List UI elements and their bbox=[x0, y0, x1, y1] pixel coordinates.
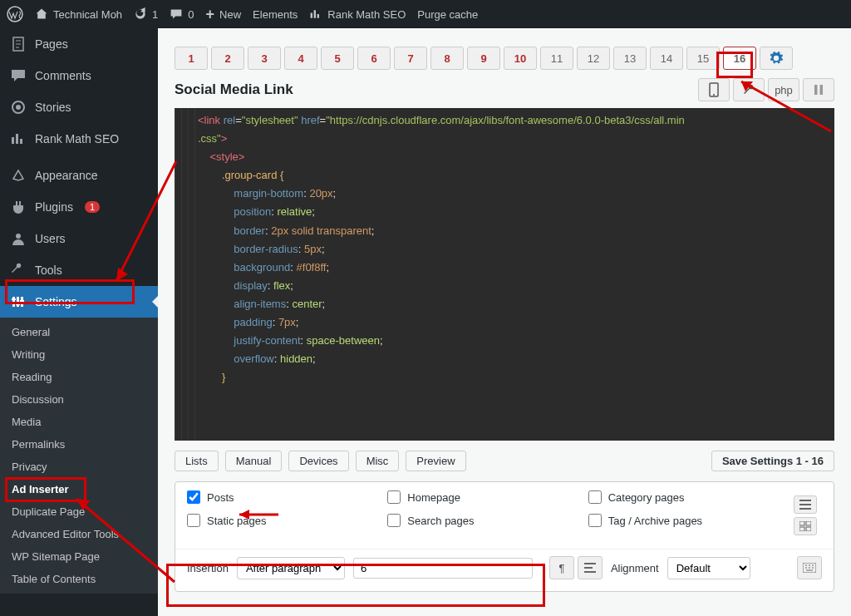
save-button[interactable]: Save Settings 1 - 16 bbox=[711, 451, 834, 471]
sidebar-item-comments[interactable]: Comments bbox=[0, 60, 158, 91]
svg-rect-17 bbox=[799, 527, 804, 531]
tab-1[interactable]: 1 bbox=[175, 47, 208, 70]
check-homepage[interactable]: Homepage bbox=[387, 490, 581, 504]
mobile-icon[interactable] bbox=[698, 78, 730, 101]
tab-4[interactable]: 4 bbox=[284, 47, 317, 70]
check-category-pages[interactable]: Category pages bbox=[588, 490, 782, 504]
sidebar-item-tools[interactable]: Tools bbox=[0, 254, 158, 286]
wrench-icon[interactable] bbox=[733, 78, 765, 101]
sidebar-item-rank-math-seo[interactable]: Rank Math SEO bbox=[0, 123, 158, 155]
svg-rect-13 bbox=[814, 85, 818, 95]
svg-point-12 bbox=[713, 94, 715, 96]
tab-13[interactable]: 13 bbox=[613, 47, 647, 70]
check-search-pages[interactable]: Search pages bbox=[387, 514, 581, 527]
check-tag-archive-pages[interactable]: Tag / Archive pages bbox=[588, 514, 782, 527]
sidebar-sub-permalinks[interactable]: Permalinks bbox=[0, 433, 158, 456]
comment-count: 0 bbox=[188, 8, 194, 21]
tab-12[interactable]: 12 bbox=[577, 47, 610, 70]
wp-logo[interactable] bbox=[7, 6, 23, 22]
svg-rect-18 bbox=[806, 527, 811, 531]
alignment-label: Alignment bbox=[611, 562, 659, 574]
sidebar-sub-ad-inserter[interactable]: Ad Inserter bbox=[0, 478, 158, 500]
svg-rect-10 bbox=[20, 300, 24, 302]
sidebar-sub-wp-sitemap-page[interactable]: WP Sitemap Page bbox=[0, 545, 158, 568]
purge-cache-link[interactable]: Purge cache bbox=[417, 8, 478, 21]
sidebar-item-pages[interactable]: Pages bbox=[0, 28, 158, 60]
insertion-number[interactable] bbox=[353, 558, 533, 579]
align-icon[interactable] bbox=[578, 556, 603, 579]
sidebar-sub-general[interactable]: General bbox=[0, 321, 158, 343]
tab-8[interactable]: 8 bbox=[430, 47, 464, 70]
alignment-select[interactable]: Default bbox=[667, 557, 750, 579]
tab-6[interactable]: 6 bbox=[357, 47, 391, 70]
refresh-count: 1 bbox=[152, 8, 158, 21]
tab-settings-gear[interactable] bbox=[760, 47, 793, 70]
grid-icon[interactable] bbox=[794, 517, 817, 535]
lists-button[interactable]: Lists bbox=[175, 451, 219, 471]
svg-rect-8 bbox=[12, 298, 16, 300]
rankmath-link[interactable]: Rank Math SEO bbox=[309, 7, 406, 21]
svg-rect-9 bbox=[16, 303, 20, 305]
sidebar-sub-duplicate-page[interactable]: Duplicate Page bbox=[0, 500, 158, 523]
sidebar-item-stories[interactable]: Stories bbox=[0, 91, 158, 123]
sidebar-sub-privacy[interactable]: Privacy bbox=[0, 456, 158, 478]
sidebar-sub-reading[interactable]: Reading bbox=[0, 366, 158, 388]
pause-icon[interactable] bbox=[803, 78, 834, 101]
svg-point-4 bbox=[16, 234, 21, 239]
admin-sidebar: PagesCommentsStoriesRank Math SEOAppeara… bbox=[0, 28, 158, 616]
block-title: Social Media Link bbox=[175, 81, 293, 98]
sidebar-sub-table-of-contents[interactable]: Table of Contents bbox=[0, 568, 158, 590]
svg-rect-14 bbox=[820, 85, 824, 95]
check-static-pages[interactable]: Static pages bbox=[187, 514, 381, 527]
svg-rect-15 bbox=[799, 521, 804, 525]
preview-button[interactable]: Preview bbox=[406, 451, 465, 471]
sidebar-item-users[interactable]: Users bbox=[0, 223, 158, 254]
tab-3[interactable]: 3 bbox=[248, 47, 281, 70]
tab-16[interactable]: 16 bbox=[723, 47, 756, 70]
manual-button[interactable]: Manual bbox=[225, 451, 283, 471]
tab-5[interactable]: 5 bbox=[321, 47, 354, 70]
refresh[interactable]: 1 bbox=[134, 7, 158, 21]
tab-2[interactable]: 2 bbox=[211, 47, 244, 70]
admin-toolbar: Technical Moh 1 0 +New Elements Rank Mat… bbox=[0, 0, 851, 28]
sidebar-sub-media[interactable]: Media bbox=[0, 411, 158, 433]
tab-15[interactable]: 15 bbox=[686, 47, 720, 70]
sidebar-sub-advanced-editor-tools[interactable]: Advanced Editor Tools bbox=[0, 523, 158, 545]
insertion-select[interactable]: After paragraph bbox=[237, 557, 345, 579]
php-button[interactable]: php bbox=[768, 78, 799, 101]
pilcrow-icon[interactable]: ¶ bbox=[549, 556, 574, 579]
svg-point-3 bbox=[16, 105, 21, 110]
tab-14[interactable]: 14 bbox=[650, 47, 683, 70]
svg-rect-16 bbox=[806, 521, 811, 525]
tab-10[interactable]: 10 bbox=[504, 47, 537, 70]
sidebar-item-appearance[interactable]: Appearance bbox=[0, 160, 158, 191]
elements-link[interactable]: Elements bbox=[253, 8, 298, 21]
tab-9[interactable]: 9 bbox=[467, 47, 500, 70]
keyboard-icon[interactable] bbox=[797, 556, 822, 579]
svg-rect-5 bbox=[12, 297, 15, 307]
tab-11[interactable]: 11 bbox=[540, 47, 573, 70]
sidebar-item-settings[interactable]: Settings bbox=[0, 286, 158, 318]
sidebar-item-plugins[interactable]: Plugins1 bbox=[0, 191, 158, 223]
options-box: Posts Static pages Homepage Search pages… bbox=[175, 481, 834, 592]
main-content: 12345678910111213141516 Social Media Lin… bbox=[158, 28, 851, 616]
comments[interactable]: 0 bbox=[170, 7, 194, 21]
new-label: New bbox=[219, 8, 241, 21]
misc-button[interactable]: Misc bbox=[356, 451, 400, 471]
new-button[interactable]: +New bbox=[206, 6, 242, 23]
block-tabs: 12345678910111213141516 bbox=[175, 47, 834, 70]
insertion-label: Insertion bbox=[187, 562, 229, 574]
sidebar-sub-writing[interactable]: Writing bbox=[0, 343, 158, 366]
site-name-label: Technical Moh bbox=[53, 8, 122, 21]
list-icon[interactable] bbox=[794, 495, 817, 514]
sidebar-sub-discussion[interactable]: Discussion bbox=[0, 388, 158, 411]
devices-button[interactable]: Devices bbox=[288, 451, 348, 471]
svg-rect-6 bbox=[17, 297, 19, 307]
site-name[interactable]: Technical Moh bbox=[35, 7, 122, 21]
check-posts[interactable]: Posts bbox=[187, 490, 381, 504]
tab-7[interactable]: 7 bbox=[394, 47, 427, 70]
gutter bbox=[175, 108, 196, 441]
code-editor[interactable]: <link rel="stylesheet" href="https://cdn… bbox=[175, 108, 834, 441]
rankmath-label: Rank Math SEO bbox=[327, 8, 406, 21]
